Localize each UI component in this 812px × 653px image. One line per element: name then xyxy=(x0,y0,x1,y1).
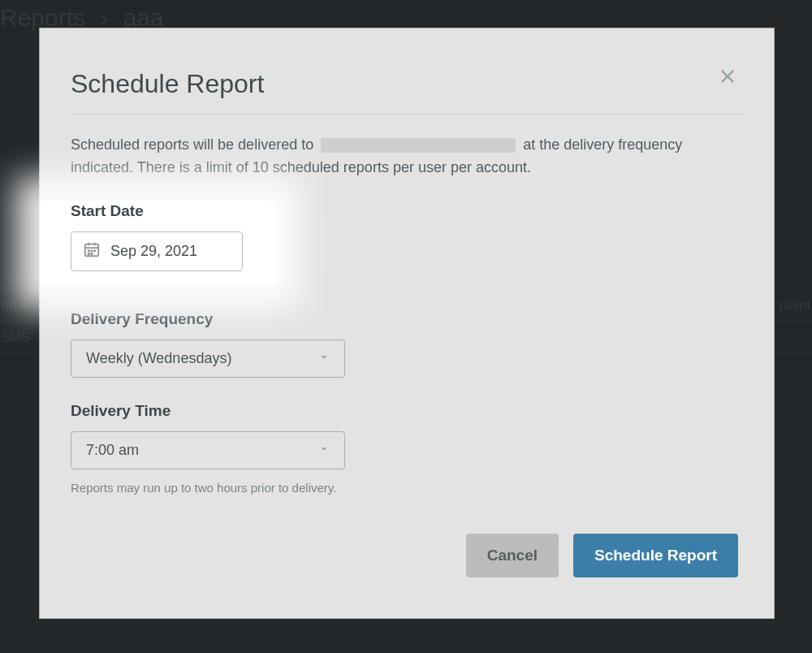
svg-point-9 xyxy=(89,253,89,254)
start-date-label: Start Date xyxy=(71,202,243,220)
delivery-time-select[interactable]: 7:00 am xyxy=(71,431,345,469)
divider xyxy=(71,114,743,115)
text: Scheduled reports will be delivered to xyxy=(71,136,313,153)
calendar-icon xyxy=(83,240,101,262)
schedule-report-modal: Schedule Report Scheduled reports will b… xyxy=(39,28,775,619)
svg-point-8 xyxy=(94,250,95,251)
chevron-down-icon xyxy=(318,350,330,367)
modal-actions: Cancel Schedule Report xyxy=(466,534,738,577)
cancel-button[interactable]: Cancel xyxy=(466,534,559,577)
svg-point-6 xyxy=(89,250,89,251)
delivery-time-value: 7:00 am xyxy=(86,442,139,459)
delivery-time-label: Delivery Time xyxy=(71,402,743,420)
modal-description: Scheduled reports will be delivered to a… xyxy=(71,134,743,179)
svg-point-7 xyxy=(91,250,92,251)
start-date-input[interactable]: Sep 29, 2021 xyxy=(71,231,243,271)
schedule-report-button[interactable]: Schedule Report xyxy=(573,534,738,577)
delivery-time-hint: Reports may run up to two hours prior to… xyxy=(71,481,743,495)
delivery-frequency-select[interactable]: Weekly (Wednesdays) xyxy=(71,339,345,378)
delivery-frequency-value: Weekly (Wednesdays) xyxy=(86,350,231,367)
svg-point-10 xyxy=(91,253,92,254)
chevron-down-icon xyxy=(318,442,330,459)
start-date-highlight: Start Date Sep 29, 2021 xyxy=(40,201,277,286)
start-date-value: Sep 29, 2021 xyxy=(110,243,197,260)
close-icon[interactable] xyxy=(719,67,738,87)
delivery-frequency-label: Delivery Frequency xyxy=(71,310,743,328)
modal-title: Schedule Report xyxy=(71,69,743,99)
redacted-email xyxy=(321,138,516,153)
